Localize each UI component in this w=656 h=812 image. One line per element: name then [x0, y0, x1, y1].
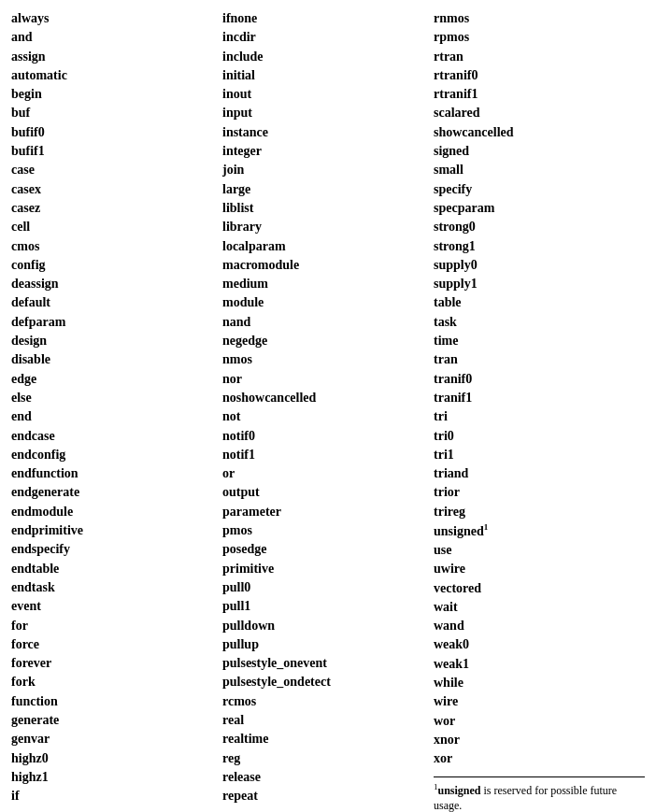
keyword-item: xnor	[434, 731, 645, 749]
keyword-item: fork	[11, 673, 222, 691]
keyword-item: endmodule	[11, 503, 222, 521]
keyword-item: rpmos	[434, 28, 645, 47]
footnote-section: 1unsigned is reserved for possible futur…	[434, 776, 645, 812]
keyword-table: alwaysandassignautomaticbeginbufbufif0bu…	[11, 9, 645, 812]
keyword-item: supply0	[434, 256, 645, 275]
keyword-item: trireg	[434, 503, 645, 521]
keyword-item: signed	[434, 142, 645, 161]
keyword-item: macromodule	[222, 256, 434, 275]
keyword-item: begin	[11, 85, 222, 104]
keyword-item: tranif1	[434, 389, 645, 407]
keyword-item: rtranif0	[434, 66, 645, 85]
keyword-item: wire	[434, 692, 645, 711]
keyword-item: liblist	[222, 199, 434, 218]
keyword-item: cmos	[11, 237, 222, 256]
keyword-item: noshowcancelled	[222, 389, 434, 407]
keyword-item: wand	[434, 617, 645, 635]
keyword-item: triand	[434, 464, 645, 483]
column-2: ifnoneincdirincludeinitialinoutinputinst…	[222, 9, 434, 812]
keyword-item: buf	[11, 104, 222, 122]
keyword-item: pull1	[222, 597, 434, 616]
keyword-item: rcmos	[222, 692, 434, 711]
keyword-item: include	[222, 48, 434, 66]
keyword-item: pulldown	[222, 617, 434, 635]
keyword-item: wait	[434, 598, 645, 617]
keyword-item: generate	[11, 711, 222, 730]
keyword-item: module	[222, 293, 434, 312]
keyword-item: wor	[434, 712, 645, 731]
keyword-item: small	[434, 161, 645, 179]
keyword-item: output	[222, 483, 434, 502]
keyword-item: parameter	[222, 503, 434, 521]
keyword-item: config	[11, 256, 222, 275]
keyword-item: case	[11, 161, 222, 179]
keyword-item: realtime	[222, 730, 434, 748]
keyword-item: pullup	[222, 635, 434, 654]
keyword-item: always	[11, 9, 222, 28]
keyword-item: rnmos	[434, 9, 645, 28]
keyword-item: casex	[11, 180, 222, 199]
keyword-item: design	[11, 332, 222, 350]
keyword-item: rtran	[434, 48, 645, 66]
keyword-item: automatic	[11, 66, 222, 85]
keyword-item: nand	[222, 313, 434, 332]
keyword-item: localparam	[222, 237, 434, 256]
keyword-item: deassign	[11, 275, 222, 293]
keyword-item: reg	[222, 749, 434, 768]
keyword-item: genvar	[11, 730, 222, 748]
keyword-item: table	[434, 293, 645, 312]
keyword-item: endgenerate	[11, 483, 222, 502]
keyword-item: negedge	[222, 332, 434, 350]
footnote-text: 1unsigned is reserved for possible futur…	[434, 781, 645, 812]
keyword-item: disable	[11, 350, 222, 369]
keyword-item: initial	[222, 66, 434, 85]
keyword-item: weak1	[434, 655, 645, 674]
keyword-item: notif1	[222, 446, 434, 464]
keyword-item: nmos	[222, 350, 434, 369]
keyword-item: input	[222, 104, 434, 122]
keyword-item: endprimitive	[11, 521, 222, 540]
footnote-bold-word: unsigned	[438, 784, 481, 797]
keyword-item: release	[222, 768, 434, 787]
keyword-item: tri	[434, 407, 645, 426]
keyword-item: specify	[434, 180, 645, 199]
keyword-item: and	[11, 28, 222, 47]
keyword-item: highz1	[11, 768, 222, 787]
keyword-item: force	[11, 635, 222, 654]
keyword-item: while	[434, 674, 645, 692]
keyword-item: nor	[222, 370, 434, 389]
keyword-item: forever	[11, 654, 222, 673]
keyword-item: vectored	[434, 579, 645, 598]
keyword-item: endfunction	[11, 464, 222, 483]
keyword-item: pulsestyle_ondetect	[222, 673, 434, 691]
keyword-item: tran	[434, 350, 645, 369]
keyword-item: pull0	[222, 578, 434, 597]
keyword-item: event	[11, 597, 222, 616]
keyword-item: unsigned1	[434, 521, 645, 541]
keyword-item: endtask	[11, 578, 222, 597]
keyword-item: tri1	[434, 446, 645, 464]
keyword-item: cell	[11, 218, 222, 236]
keyword-item: assign	[11, 48, 222, 66]
column-1: alwaysandassignautomaticbeginbufbufif0bu…	[11, 9, 222, 812]
keyword-item: real	[222, 711, 434, 730]
keyword-item: showcancelled	[434, 123, 645, 142]
keyword-item: tri0	[434, 427, 645, 446]
keyword-item: strong1	[434, 237, 645, 256]
keyword-item: bufif0	[11, 123, 222, 142]
keyword-item: endconfig	[11, 446, 222, 464]
keyword-item: pulsestyle_onevent	[222, 654, 434, 673]
keyword-item: supply1	[434, 275, 645, 293]
keyword-item: ifnone	[222, 9, 434, 28]
keyword-item: xor	[434, 749, 645, 768]
keyword-item: medium	[222, 275, 434, 293]
keyword-item: endspecify	[11, 540, 222, 559]
keyword-item: specparam	[434, 199, 645, 218]
keyword-item: repeat	[222, 787, 434, 805]
keyword-item: if	[11, 787, 222, 805]
keyword-item: bufif1	[11, 142, 222, 161]
keyword-item: end	[11, 407, 222, 426]
keyword-item: highz0	[11, 749, 222, 768]
keyword-item: for	[11, 617, 222, 635]
keyword-item: weak0	[434, 635, 645, 654]
